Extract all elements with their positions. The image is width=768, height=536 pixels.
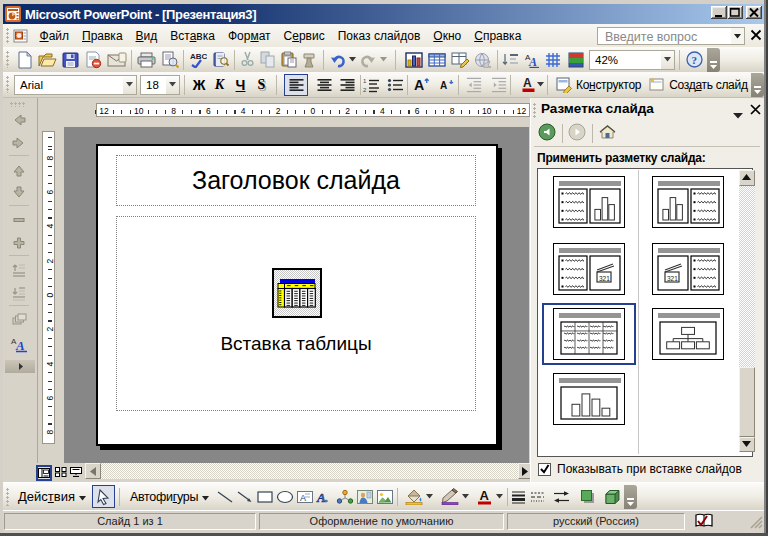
svg-text:A: A [440, 80, 447, 91]
svg-text:321: 321 [667, 275, 678, 282]
svg-text:321: 321 [599, 275, 610, 282]
svg-text:A: A [414, 77, 424, 93]
svg-text:A: A [523, 76, 532, 90]
svg-text:2: 2 [363, 87, 367, 93]
svg-text:?: ? [692, 54, 698, 66]
svg-text:1: 1 [363, 78, 367, 84]
svg-text:ABC: ABC [190, 52, 207, 61]
svg-text:A: A [480, 488, 490, 503]
svg-text:A: A [528, 55, 537, 68]
svg-text:.: . [325, 490, 328, 505]
